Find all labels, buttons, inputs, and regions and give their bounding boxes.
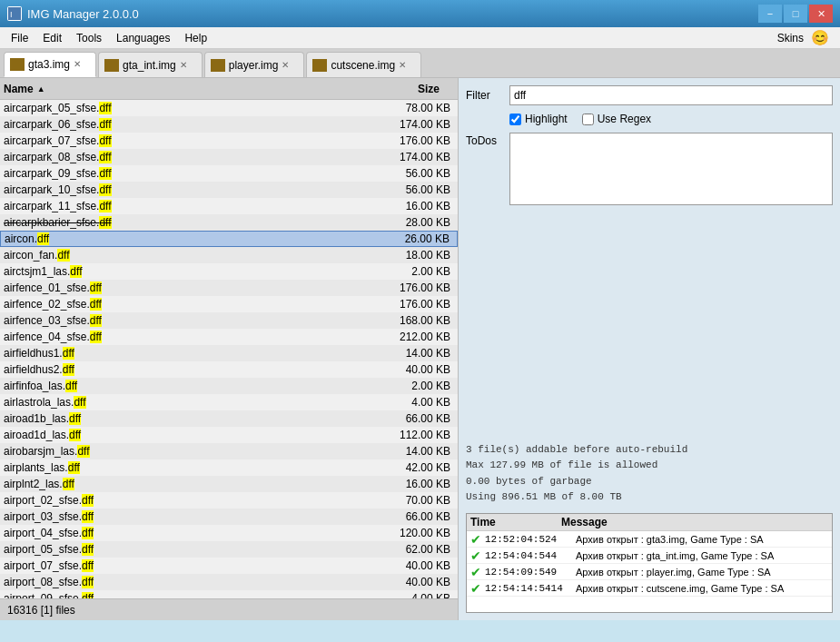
tab-cutscene[interactable]: cutscene.img ✕ [306,52,421,77]
checkbox-row: Highlight Use Regex [466,113,833,125]
table-row[interactable]: airplants_las.dff42.00 KB [0,459,458,476]
table-row[interactable]: airport_04_sfse.dff120.00 KB [0,525,458,541]
table-row[interactable]: airport_02_sfse.dff70.00 KB [0,492,458,509]
tab-icon-gta-int [104,59,119,72]
info-text: 3 file(s) addable before auto-rebuildMax… [466,442,833,506]
file-name: airfence_01_sfse.dff [4,281,381,294]
file-name: airctsjm1_las.dff [4,265,381,278]
table-row[interactable]: aircarpark_11_sfse.dff16.00 KB [0,198,458,214]
tab-close-gta-int[interactable]: ✕ [180,60,191,71]
menu-file[interactable]: File [4,29,35,47]
table-row[interactable]: aircarpark_10_sfse.dff56.00 KB [0,182,458,198]
file-size: 4.00 KB [381,592,454,598]
table-row[interactable]: airlastrola_las.dff4.00 KB [0,394,458,410]
table-row[interactable]: airobarsjm_las.dff14.00 KB [0,443,458,459]
sort-arrow-icon: ▲ [37,84,45,94]
tab-label-gta-int: gta_int.img [123,59,176,72]
col-size-header[interactable]: Size [371,83,443,95]
tab-gta3[interactable]: gta3.img ✕ [4,52,96,77]
table-row[interactable]: airport_05_sfse.dff62.00 KB [0,541,458,558]
file-size: 176.00 KB [381,281,454,294]
file-name: airlastrola_las.dff [4,396,381,409]
highlight-checkbox-label[interactable]: Highlight [509,113,568,125]
table-row[interactable]: aircarpkbarier_sfse.dff28.00 KB [0,214,458,231]
file-ext-highlight: dff [82,527,94,539]
table-row[interactable]: airport_03_sfse.dff66.00 KB [0,509,458,525]
table-row[interactable]: airfence_04_sfse.dff212.00 KB [0,329,458,345]
table-row[interactable]: airport_08_sfse.dff40.00 KB [0,574,458,590]
file-ext-highlight: dff [99,167,111,180]
info-line: 0.00 bytes of garbage [466,474,833,490]
tab-close-cutscene[interactable]: ✕ [399,60,410,71]
table-row[interactable]: airfinfoa_las.dff2.00 KB [0,378,458,394]
log-row: ✔12:54:09:549Архив открыт : player.img, … [467,564,832,580]
menu-help[interactable]: Help [177,29,214,47]
file-ext-highlight: dff [90,298,102,311]
info-line: Using 896.51 MB of 8.00 TB [466,489,833,506]
table-row[interactable]: airplnt2_las.dff16.00 KB [0,476,458,492]
file-size: 66.00 KB [381,412,454,425]
file-size: 212.00 KB [381,331,454,343]
log-time: 12:52:04:524 [485,534,576,545]
close-button[interactable]: ✕ [809,5,833,23]
table-row[interactable]: aircarpark_09_sfse.dff56.00 KB [0,165,458,182]
table-row[interactable]: airfence_02_sfse.dff176.00 KB [0,296,458,312]
file-ext-highlight: dff [82,494,94,507]
use-regex-checkbox[interactable] [582,114,594,125]
info-line: 3 file(s) addable before auto-rebuild [466,442,833,459]
use-regex-checkbox-label[interactable]: Use Regex [582,113,651,125]
table-row[interactable]: airfieldhus2.dff40.00 KB [0,361,458,378]
table-row[interactable]: aircarpark_06_sfse.dff174.00 KB [0,116,458,133]
file-list-container[interactable]: aircarpark_05_sfse.dff78.00 KBaircarpark… [0,100,458,598]
file-size: 176.00 KB [381,298,454,311]
file-size: 120.00 KB [381,527,454,539]
table-row[interactable]: airoad1b_las.dff66.00 KB [0,410,458,427]
menu-tools[interactable]: Tools [69,29,109,47]
file-ext-highlight: dff [68,461,80,474]
highlight-checkbox[interactable] [509,114,521,125]
tab-close-gta3[interactable]: ✕ [74,59,84,70]
table-row[interactable]: airport_07_sfse.dff40.00 KB [0,558,458,574]
maximize-button[interactable]: □ [784,5,807,23]
table-row[interactable]: airfence_03_sfse.dff168.00 KB [0,312,458,329]
table-row[interactable]: aircon.dff26.00 KB [0,231,458,247]
file-ext-highlight: dff [63,347,74,360]
table-row[interactable]: aircarpark_05_sfse.dff78.00 KB [0,100,458,116]
filter-input[interactable] [509,85,833,105]
file-name: airport_02_sfse.dff [4,494,381,507]
table-row[interactable]: aircarpark_08_sfse.dff174.00 KB [0,149,458,165]
table-row[interactable]: airfieldhus1.dff14.00 KB [0,345,458,361]
table-row[interactable]: airport_09_sfse.dff4.00 KB [0,590,458,598]
file-size: 14.00 KB [381,445,454,458]
tab-player[interactable]: player.img ✕ [204,52,305,77]
tab-gta-int[interactable]: gta_int.img ✕ [98,52,203,77]
file-ext-highlight: dff [69,412,81,425]
menu-languages[interactable]: Languages [109,29,177,47]
app-icon: I [7,6,22,21]
file-size: 18.00 KB [381,249,454,262]
log-message: Архив открыт : cutscene.img, Game Type :… [576,583,828,594]
log-panel[interactable]: Time Message ✔12:52:04:524Архив открыт :… [466,513,833,613]
col-name-label: Name [4,83,34,95]
menu-edit[interactable]: Edit [35,29,69,47]
table-row[interactable]: airctsjm1_las.dff2.00 KB [0,263,458,280]
table-row[interactable]: airfence_01_sfse.dff176.00 KB [0,280,458,296]
table-row[interactable]: airoad1d_las.dff112.00 KB [0,427,458,443]
file-size: 168.00 KB [381,314,454,327]
file-name: airplants_las.dff [4,461,381,474]
table-row[interactable]: aircon_fan.dff18.00 KB [0,247,458,263]
app-title: IMG Manager 2.0.0.0 [27,7,139,21]
file-ext-highlight: dff [99,200,111,212]
file-size: 40.00 KB [381,559,454,572]
tab-close-player[interactable]: ✕ [282,60,292,71]
tab-label-gta3: gta3.img [28,58,70,71]
table-row[interactable]: aircarpark_07_sfse.dff176.00 KB [0,133,458,149]
log-row: ✔12:54:14:5414Архив открыт : cutscene.im… [467,580,832,597]
title-bar-left: I IMG Manager 2.0.0.0 [7,6,139,21]
todos-textarea[interactable] [509,133,833,205]
file-name: airfieldhus2.dff [4,363,381,376]
file-ext-highlight: dff [63,478,74,490]
main-content: Name ▲ Size aircarpark_05_sfse.dff78.00 … [0,78,840,620]
minimize-button[interactable]: − [758,5,782,23]
col-name-header[interactable]: Name ▲ [4,83,371,95]
